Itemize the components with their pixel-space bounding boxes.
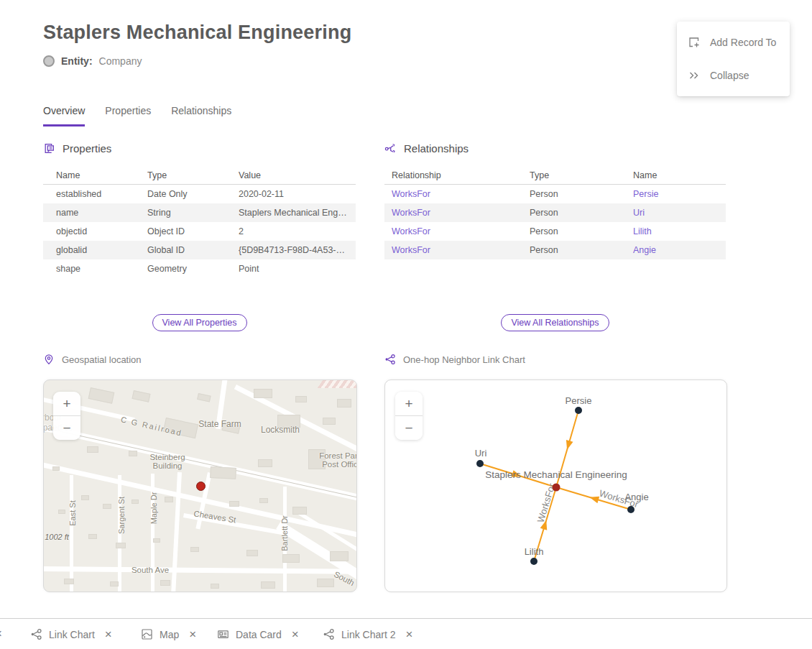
properties-icon xyxy=(43,142,55,155)
menu-item-collapse[interactable]: Collapse xyxy=(677,59,790,92)
context-menu: Add Record To Collapse xyxy=(677,22,790,96)
cell: Object ID xyxy=(147,222,239,241)
cell: 2 xyxy=(239,222,356,241)
table-row: WorksFor Person Uri xyxy=(384,203,726,222)
cell: name xyxy=(43,203,147,222)
properties-table: Name Type Value established Date Only 20… xyxy=(43,166,356,278)
entity-row: Entity: Company xyxy=(43,55,142,67)
entity-label: Entity: xyxy=(61,55,93,67)
relationship-link[interactable]: WorksFor xyxy=(384,203,530,222)
relationship-link[interactable]: WorksFor xyxy=(384,241,530,259)
close-icon[interactable]: × xyxy=(405,628,412,640)
page-title: Staplers Mechanical Engineering xyxy=(43,22,351,44)
cell: Staplers Mechanical Eng… xyxy=(239,203,356,222)
relationship-link[interactable]: WorksFor xyxy=(384,222,530,241)
link-chart-svg[interactable]: WorksForWorksForStaplers Mechanical Engi… xyxy=(385,380,726,592)
zoom-in-button[interactable]: + xyxy=(395,392,423,415)
table-row: WorksFor Person Angie xyxy=(384,241,726,259)
link-chart[interactable]: WorksForWorksForStaplers Mechanical Engi… xyxy=(384,379,727,592)
close-icon[interactable]: × xyxy=(0,627,2,641)
column-header-name: Name xyxy=(633,166,726,185)
relationships-actions: View All Relationships xyxy=(384,314,726,331)
table-row: name String Staplers Mechanical Eng… xyxy=(43,203,356,222)
view-all-properties-button[interactable]: View All Properties xyxy=(152,314,247,331)
cell: Person xyxy=(530,241,633,259)
entity-value: Company xyxy=(99,55,142,67)
cell: String xyxy=(147,203,239,222)
table-row: objectid Object ID 2 xyxy=(43,222,356,241)
cell: globalid xyxy=(43,241,147,259)
svg-text:Lilith: Lilith xyxy=(525,546,544,557)
entity-type-icon xyxy=(43,55,55,67)
chart-zoom-control: + − xyxy=(395,392,423,440)
relationships-icon xyxy=(384,142,397,155)
properties-actions: View All Properties xyxy=(43,314,356,331)
table-row: established Date Only 2020-02-11 xyxy=(43,185,356,204)
entity-link[interactable]: Uri xyxy=(633,203,726,222)
bottom-tab-bar: × Link Chart × Map × xyxy=(0,618,812,649)
table-row: globalid Global ID {5D9B4713-F98D-4A53-… xyxy=(43,241,356,259)
zoom-in-button[interactable]: + xyxy=(53,392,80,415)
section-title: Geospatial location xyxy=(62,354,142,365)
cell: Person xyxy=(530,222,633,241)
relationships-section-header: Relationships xyxy=(384,142,469,155)
svg-text:Uri: Uri xyxy=(475,448,487,459)
map-marker[interactable] xyxy=(196,482,206,491)
tab-relationships[interactable]: Relationships xyxy=(171,105,231,126)
pin-icon xyxy=(43,354,55,365)
menu-item-label: Add Record To xyxy=(710,37,776,48)
cell: Geometry xyxy=(147,259,239,278)
svg-text:Persie: Persie xyxy=(566,395,592,406)
geospatial-section-header: Geospatial location xyxy=(43,354,142,365)
data-card-icon xyxy=(217,628,229,640)
map[interactable]: C G RailroadState FarmLocksmithSteinberg… xyxy=(43,379,357,592)
entity-link[interactable]: Persie xyxy=(633,185,726,204)
tab-bar: Overview Properties Relationships xyxy=(43,105,231,126)
collapse-icon xyxy=(688,69,701,82)
zoom-out-button[interactable]: − xyxy=(395,415,423,440)
tab-link-chart-2[interactable]: Link Chart 2 × xyxy=(323,619,412,649)
menu-item-add-record-to[interactable]: Add Record To xyxy=(677,26,790,59)
column-header-type: Type xyxy=(530,166,633,185)
table-row: shape Geometry Point xyxy=(43,259,356,278)
column-header-value: Value xyxy=(239,166,356,185)
table-row: WorksFor Person Persie xyxy=(384,185,726,204)
tab-label: Map xyxy=(160,629,179,640)
link-chart-icon xyxy=(30,628,42,640)
link-chart-icon xyxy=(384,354,396,365)
column-header-relationship: Relationship xyxy=(384,166,530,185)
cell: {5D9B4713-F98D-4A53-… xyxy=(239,241,356,259)
table-header-row: Relationship Type Name xyxy=(384,166,726,185)
cell: Global ID xyxy=(147,241,239,259)
cell: Person xyxy=(530,203,633,222)
tab-overview[interactable]: Overview xyxy=(43,105,85,126)
close-icon[interactable]: × xyxy=(292,628,299,640)
cell: objectid xyxy=(43,222,147,241)
tab-label: Link Chart xyxy=(49,629,95,640)
relationships-table: Relationship Type Name WorksFor Person P… xyxy=(384,166,726,259)
svg-text:Staplers Mechanical Engineerin: Staplers Mechanical Engineering xyxy=(485,469,627,480)
entity-link[interactable]: Angie xyxy=(633,241,726,259)
menu-item-label: Collapse xyxy=(710,70,749,81)
properties-section-header: Properties xyxy=(43,142,111,155)
map-icon xyxy=(141,628,153,640)
column-header-type: Type xyxy=(147,166,239,185)
tab-link-chart[interactable]: Link Chart × xyxy=(30,619,112,649)
view-all-relationships-button[interactable]: View All Relationships xyxy=(501,314,609,331)
zoom-out-button[interactable]: − xyxy=(53,415,80,440)
tab-data-card[interactable]: Data Card × xyxy=(217,619,299,649)
close-icon[interactable]: × xyxy=(189,628,196,640)
cell: established xyxy=(43,185,147,204)
cell: Date Only xyxy=(147,185,239,204)
section-title: Properties xyxy=(63,142,111,155)
tab-map[interactable]: Map × xyxy=(141,619,196,649)
link-chart-icon xyxy=(323,628,335,640)
section-title: One-hop Neighbor Link Chart xyxy=(403,354,525,365)
relationship-link[interactable]: WorksFor xyxy=(384,185,530,204)
cell: 2020-02-11 xyxy=(239,185,356,204)
map-zoom-control: + − xyxy=(53,392,80,440)
entity-link[interactable]: Lilith xyxy=(633,222,726,241)
close-icon[interactable]: × xyxy=(105,628,112,640)
svg-text:Angie: Angie xyxy=(624,492,648,502)
tab-properties[interactable]: Properties xyxy=(105,105,151,126)
